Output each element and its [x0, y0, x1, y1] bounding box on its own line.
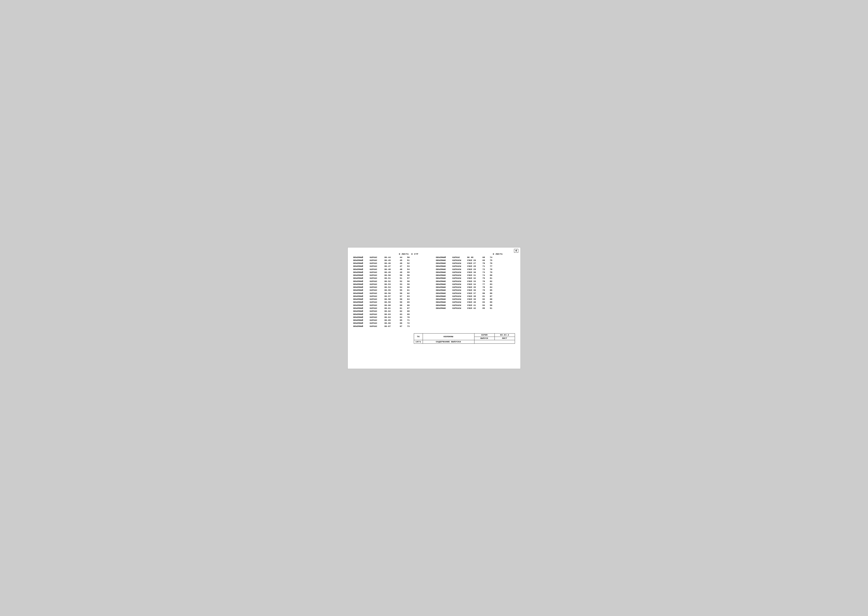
right-table-row: ОБЪЕМНЫЕ КАРКАСЫ УЗЕЛ 42 85 91: [436, 307, 515, 310]
left-code: ОК-66: [385, 322, 398, 325]
left-table-row: ОБЪЕМНЫЙ КАРКАС ОК-49 49 55: [353, 271, 432, 274]
left-code: ОК-56: [385, 292, 398, 295]
left-n-lista: 61: [398, 307, 405, 310]
right-table-row: ОБЪЕМНЫЕ КАРКАСЫ УЗЕЛ 34 77 83: [436, 283, 515, 286]
right-code: УЗЕЛ 36: [467, 289, 480, 292]
left-n-str: 64: [405, 298, 412, 301]
left-code: ОК-48: [385, 268, 398, 271]
left-n-str: 63: [405, 295, 412, 298]
right-word1: ОБЪЕМНЫЕ: [436, 295, 453, 298]
left-table-row: ОБЪЕМНЫЙ КАРКАС ОК-51 51 57: [353, 277, 432, 280]
right-code: УЗЕЛ 30: [467, 271, 480, 274]
right-code: УЗЕЛ 27: [467, 262, 480, 265]
right-word1: ОБЪЕМНЫЕ: [436, 286, 453, 289]
right-word1: ОБЪЕМНЫЕ: [436, 307, 453, 310]
right-word1: ОБЪЕМНЫЕ: [436, 271, 453, 274]
left-word2: КАРКАС: [370, 268, 385, 271]
left-word1: ОБЪЕМНЫЙ: [353, 304, 370, 307]
footer-series-value: КН-04-2: [495, 333, 515, 337]
left-word2: КАРКАС: [370, 295, 385, 298]
left-word2: КАРКАС: [370, 316, 385, 319]
right-table-row: ОБЪЕМНЫЕ КАРКАСЫ УЗЕЛ 33 76 82: [436, 280, 515, 283]
left-n-str: 52: [405, 262, 412, 265]
left-n-lista: 64: [398, 316, 405, 319]
left-code: ОК-63: [385, 313, 398, 316]
left-n-lista: 46: [398, 262, 405, 265]
left-n-lista: 50: [398, 274, 405, 277]
left-n-lista: 57: [398, 295, 405, 298]
footer-area: ТК КОЛОННЫ СЕРИЯ КН-04-2 ВЫПУСК ЛИСТ 197…: [353, 333, 515, 344]
right-n-lista: 85: [480, 307, 487, 310]
left-n-str: 68: [405, 310, 412, 313]
left-word2: КАРКАС: [370, 301, 385, 304]
right-word1: ОБЪЕМНЫЕ: [436, 274, 453, 277]
left-n-lista: 53: [398, 283, 405, 286]
left-n-str: 60: [405, 286, 412, 289]
left-word2: КАРКАС: [370, 310, 385, 313]
right-word2: КАРКАСЫ: [453, 280, 467, 283]
left-code: ОК-65: [385, 319, 398, 322]
left-word2: КАРКАС: [370, 277, 385, 280]
left-word1: ОБЪЕМНЫЙ: [353, 319, 370, 322]
right-n-lista: 78: [480, 286, 487, 289]
right-n-lista: 69: [480, 259, 487, 262]
right-table-row: ОБЪЕМНЫЕ КАРКАСЫ УЗЕЛ 35 78 84: [436, 286, 515, 289]
left-n-str: 70: [405, 316, 412, 319]
right-code: УЗЕЛ 41: [467, 304, 480, 307]
left-table-row: ОБЪЕМНЫЙ КАРКАС ОК-54 54 60: [353, 286, 432, 289]
right-n-lista: 73: [480, 271, 487, 274]
right-n-str: 84: [487, 286, 495, 289]
left-n-lista: 52: [398, 280, 405, 283]
left-word1: ОБЪЕМНЫЙ: [353, 286, 370, 289]
left-n-str: 54: [405, 268, 412, 271]
right-n-lista: 77: [480, 283, 487, 286]
left-code: ОК-62: [385, 310, 398, 313]
left-word1: ОБЪЕМНЫЙ: [353, 259, 370, 262]
footer-title: КОЛОННЫ: [423, 333, 474, 340]
left-n-lista: 67: [398, 325, 405, 328]
left-table-row: ОБЪЕМНЫЙ КАРКАС ОК-57 57 63: [353, 295, 432, 298]
right-n-lista: 70: [480, 262, 487, 265]
left-n-str: 56: [405, 274, 412, 277]
right-n-str: 89: [487, 301, 495, 304]
left-word1: ОБЪЕМНЫЙ: [353, 307, 370, 310]
right-word1: ОБЪЕМНЫЕ: [436, 301, 453, 304]
footer-subtitle: СОДЕРЖАНИЕ ВЫПУСКА: [423, 340, 474, 344]
left-n-lista: 65: [398, 319, 405, 322]
left-word2: КАРКАС: [370, 283, 385, 286]
right-table-row: ОБЪЕМНЫЕ КАРКАСЫ УЗЕЛ 32 75 81: [436, 277, 515, 280]
right-code: УЗЕЛ 34: [467, 283, 480, 286]
left-word2: КАРКАС: [370, 274, 385, 277]
left-word1: ОБЪЕМНЫЙ: [353, 289, 370, 292]
left-table-row: ОБЪЕМНЫЙ КАРКАС ОК-55 55 61: [353, 289, 432, 292]
footer-chast-list: ЛИСТ: [495, 337, 515, 340]
right-n-str: 83: [487, 283, 495, 286]
right-code: ОК 68: [467, 256, 480, 259]
left-table-row: ОБЪЕМНЫЙ КАРКАС ОК-62 62 68: [353, 310, 432, 313]
right-n-lista: 74: [480, 274, 487, 277]
right-n-lista: 79: [480, 289, 487, 292]
left-table-row: ОБЪЕМНЫЙ КАРКАС ОК-44 44 50: [353, 256, 432, 259]
left-word2: КАРКАС: [370, 292, 385, 295]
right-n-str: 80: [487, 274, 495, 277]
left-code: ОК-55: [385, 289, 398, 292]
left-word1: ОБЪЕМНЫЙ: [353, 316, 370, 319]
left-n-lista: 66: [398, 322, 405, 325]
left-code: ОК-53: [385, 283, 398, 286]
left-table-row: ОБЪЕМНЫЙ КАРКАС ОК-53 53 59: [353, 283, 432, 286]
right-code: УЗЕЛ 42: [467, 307, 480, 310]
right-word1: ОБЪЕМНЫЕ: [436, 259, 453, 262]
right-word1: ОБЪЕМНЫЕ: [436, 283, 453, 286]
right-word1: ОБЪЕМНЫЕ: [436, 277, 453, 280]
right-code: УЗЕЛ 35: [467, 286, 480, 289]
left-word2: КАРКАС: [370, 265, 385, 268]
right-word2: КАРКАСЫ: [453, 271, 467, 274]
right-word2: КАРКАСЫ: [453, 259, 467, 262]
left-n-str: 66: [405, 304, 412, 307]
right-word2: КАРКАСЫ: [453, 286, 467, 289]
left-word1: ОБЪЕМНЫЙ: [353, 268, 370, 271]
left-word1: ОБЪЕМНЫЙ: [353, 280, 370, 283]
right-n-lista: 82: [480, 298, 487, 301]
left-word1: ОБЪЕМНЫЙ: [353, 325, 370, 328]
right-n-lista: 83: [480, 301, 487, 304]
